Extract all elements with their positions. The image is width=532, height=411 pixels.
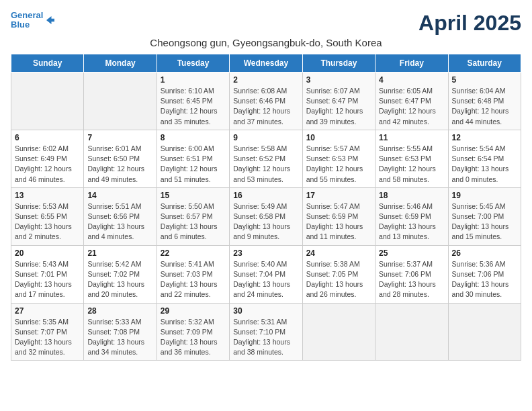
day-info: Sunrise: 5:43 AM Sunset: 7:01 PM Dayligh…: [15, 259, 80, 300]
day-number: 3: [306, 75, 371, 85]
calendar-cell: 18Sunrise: 5:46 AM Sunset: 6:59 PM Dayli…: [375, 187, 448, 245]
day-number: 5: [452, 75, 517, 85]
calendar-cell: 15Sunrise: 5:50 AM Sunset: 6:57 PM Dayli…: [157, 187, 229, 245]
calendar-cell: 14Sunrise: 5:51 AM Sunset: 6:56 PM Dayli…: [84, 187, 157, 245]
day-number: 20: [15, 248, 80, 258]
day-info: Sunrise: 5:37 AM Sunset: 7:06 PM Dayligh…: [379, 259, 444, 300]
calendar-table: SundayMondayTuesdayWednesdayThursdayFrid…: [11, 54, 521, 361]
day-number: 23: [233, 248, 298, 258]
day-number: 14: [87, 191, 152, 200]
day-number: 21: [87, 248, 152, 258]
logo-icon: [44, 14, 56, 26]
day-info: Sunrise: 5:58 AM Sunset: 6:52 PM Dayligh…: [233, 144, 298, 185]
day-number: 8: [161, 133, 226, 142]
day-number: 6: [15, 133, 80, 142]
day-number: 27: [15, 306, 80, 316]
weekday-header-friday: Friday: [375, 54, 448, 73]
calendar-cell: 30Sunrise: 5:31 AM Sunset: 7:10 PM Dayli…: [230, 303, 302, 361]
calendar-cell: 9Sunrise: 5:58 AM Sunset: 6:52 PM Daylig…: [230, 130, 302, 187]
day-number: 30: [233, 306, 298, 316]
day-number: 16: [233, 191, 298, 200]
calendar-cell: 13Sunrise: 5:53 AM Sunset: 6:55 PM Dayli…: [11, 187, 84, 245]
day-info: Sunrise: 5:35 AM Sunset: 7:07 PM Dayligh…: [15, 317, 80, 358]
calendar-cell: 6Sunrise: 6:02 AM Sunset: 6:49 PM Daylig…: [11, 130, 84, 187]
day-info: Sunrise: 5:50 AM Sunset: 6:57 PM Dayligh…: [161, 201, 226, 242]
calendar-cell: 22Sunrise: 5:41 AM Sunset: 7:03 PM Dayli…: [157, 245, 229, 303]
calendar-cell: 26Sunrise: 5:36 AM Sunset: 7:06 PM Dayli…: [448, 245, 521, 303]
day-number: 25: [379, 248, 444, 258]
calendar-cell: [84, 73, 157, 130]
calendar-cell: 1Sunrise: 6:10 AM Sunset: 6:45 PM Daylig…: [157, 73, 229, 130]
calendar-cell: 27Sunrise: 5:35 AM Sunset: 7:07 PM Dayli…: [11, 303, 84, 361]
calendar-cell: 11Sunrise: 5:55 AM Sunset: 6:53 PM Dayli…: [375, 130, 448, 187]
day-number: 15: [161, 191, 226, 200]
day-number: 13: [15, 191, 80, 200]
day-number: 26: [452, 248, 517, 258]
calendar-cell: 21Sunrise: 5:42 AM Sunset: 7:02 PM Dayli…: [84, 245, 157, 303]
day-number: 19: [452, 191, 517, 200]
weekday-header-monday: Monday: [84, 54, 157, 73]
day-number: 17: [306, 191, 371, 200]
day-info: Sunrise: 5:32 AM Sunset: 7:09 PM Dayligh…: [161, 317, 226, 358]
day-info: Sunrise: 5:33 AM Sunset: 7:08 PM Dayligh…: [87, 317, 152, 358]
day-info: Sunrise: 6:01 AM Sunset: 6:50 PM Dayligh…: [87, 144, 152, 185]
month-title-area: April 2025: [418, 11, 521, 36]
day-info: Sunrise: 6:08 AM Sunset: 6:46 PM Dayligh…: [233, 86, 298, 127]
day-info: Sunrise: 6:10 AM Sunset: 6:45 PM Dayligh…: [161, 86, 226, 127]
calendar-cell: 17Sunrise: 5:47 AM Sunset: 6:59 PM Dayli…: [302, 187, 375, 245]
calendar-cell: 29Sunrise: 5:32 AM Sunset: 7:09 PM Dayli…: [157, 303, 229, 361]
day-info: Sunrise: 5:41 AM Sunset: 7:03 PM Dayligh…: [161, 259, 226, 300]
day-number: 7: [87, 133, 152, 142]
day-info: Sunrise: 5:51 AM Sunset: 6:56 PM Dayligh…: [87, 201, 152, 242]
day-info: Sunrise: 6:07 AM Sunset: 6:47 PM Dayligh…: [306, 86, 371, 127]
month-title: April 2025: [418, 11, 521, 36]
location-subtitle: Cheongsong gun, Gyeongsangbuk-do, South …: [11, 37, 521, 48]
day-info: Sunrise: 5:53 AM Sunset: 6:55 PM Dayligh…: [15, 201, 80, 242]
day-number: 28: [87, 306, 152, 316]
day-info: Sunrise: 5:31 AM Sunset: 7:10 PM Dayligh…: [233, 317, 298, 358]
calendar-cell: [302, 303, 375, 361]
day-number: 22: [161, 248, 226, 258]
calendar-cell: 10Sunrise: 5:57 AM Sunset: 6:53 PM Dayli…: [302, 130, 375, 187]
day-info: Sunrise: 6:05 AM Sunset: 6:47 PM Dayligh…: [379, 86, 444, 127]
calendar-cell: 8Sunrise: 6:00 AM Sunset: 6:51 PM Daylig…: [157, 130, 229, 187]
day-info: Sunrise: 6:02 AM Sunset: 6:49 PM Dayligh…: [15, 144, 80, 185]
calendar-cell: 28Sunrise: 5:33 AM Sunset: 7:08 PM Dayli…: [84, 303, 157, 361]
day-info: Sunrise: 5:46 AM Sunset: 6:59 PM Dayligh…: [379, 201, 444, 242]
weekday-header-sunday: Sunday: [11, 54, 84, 73]
day-number: 29: [161, 306, 226, 316]
day-number: 24: [306, 248, 371, 258]
calendar-cell: [375, 303, 448, 361]
day-info: Sunrise: 5:40 AM Sunset: 7:04 PM Dayligh…: [233, 259, 298, 300]
day-info: Sunrise: 5:42 AM Sunset: 7:02 PM Dayligh…: [87, 259, 152, 300]
calendar-cell: 19Sunrise: 5:45 AM Sunset: 7:00 PM Dayli…: [448, 187, 521, 245]
calendar-cell: 23Sunrise: 5:40 AM Sunset: 7:04 PM Dayli…: [230, 245, 302, 303]
calendar-cell: 12Sunrise: 5:54 AM Sunset: 6:54 PM Dayli…: [448, 130, 521, 187]
day-number: 1: [161, 75, 226, 85]
weekday-header-thursday: Thursday: [302, 54, 375, 73]
day-number: 4: [379, 75, 444, 85]
calendar-cell: 4Sunrise: 6:05 AM Sunset: 6:47 PM Daylig…: [375, 73, 448, 130]
day-info: Sunrise: 5:36 AM Sunset: 7:06 PM Dayligh…: [452, 259, 517, 300]
calendar-cell: 5Sunrise: 6:04 AM Sunset: 6:48 PM Daylig…: [448, 73, 521, 130]
calendar-cell: 7Sunrise: 6:01 AM Sunset: 6:50 PM Daylig…: [84, 130, 157, 187]
day-number: 10: [306, 133, 371, 142]
day-number: 2: [233, 75, 298, 85]
day-info: Sunrise: 5:47 AM Sunset: 6:59 PM Dayligh…: [306, 201, 371, 242]
calendar-cell: 24Sunrise: 5:38 AM Sunset: 7:05 PM Dayli…: [302, 245, 375, 303]
weekday-header-wednesday: Wednesday: [230, 54, 302, 73]
day-info: Sunrise: 5:49 AM Sunset: 6:58 PM Dayligh…: [233, 201, 298, 242]
logo: General Blue: [11, 11, 56, 30]
day-info: Sunrise: 6:04 AM Sunset: 6:48 PM Dayligh…: [452, 86, 517, 127]
day-info: Sunrise: 5:45 AM Sunset: 7:00 PM Dayligh…: [452, 201, 517, 242]
weekday-header-saturday: Saturday: [448, 54, 521, 73]
day-info: Sunrise: 5:55 AM Sunset: 6:53 PM Dayligh…: [379, 144, 444, 185]
day-number: 9: [233, 133, 298, 142]
calendar-cell: 2Sunrise: 6:08 AM Sunset: 6:46 PM Daylig…: [230, 73, 302, 130]
day-info: Sunrise: 5:38 AM Sunset: 7:05 PM Dayligh…: [306, 259, 371, 300]
day-info: Sunrise: 5:57 AM Sunset: 6:53 PM Dayligh…: [306, 144, 371, 185]
day-number: 12: [452, 133, 517, 142]
day-info: Sunrise: 5:54 AM Sunset: 6:54 PM Dayligh…: [452, 144, 517, 185]
logo-text: General Blue: [11, 11, 43, 30]
day-number: 18: [379, 191, 444, 200]
